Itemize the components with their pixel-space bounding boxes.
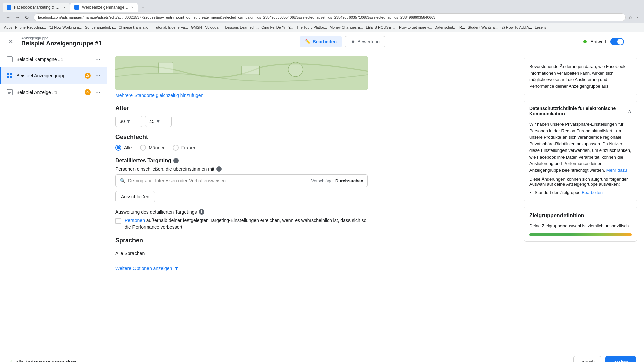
gender-alle-radio[interactable] <box>115 145 121 151</box>
age-max-value: 45 <box>149 119 155 124</box>
bookmark-11[interactable]: LEE 'S HOUSE -... <box>366 25 396 29</box>
bookmark-6[interactable]: GMSN - Vologda,... <box>191 25 223 29</box>
bookmark-apps[interactable]: Apps <box>4 25 12 29</box>
star-icon[interactable]: ☆ <box>628 15 633 20</box>
datenschutz-bearbeiten-link[interactable]: Bearbeiten <box>582 190 603 195</box>
tab-close-2[interactable]: × <box>131 5 133 9</box>
edit-button[interactable]: ✏️ Bearbeiten <box>300 36 342 47</box>
datenschutz-body-text: Wir haben unsere Privatsphäre-Einstellun… <box>529 121 632 173</box>
sidebar-item-adset-label: Beispiel Anzeigengrupp... <box>16 73 81 78</box>
ausweitung-info-icon[interactable]: i <box>199 209 204 215</box>
weitere-optionen-button[interactable]: Weitere Optionen anzeigen ▼ <box>115 266 368 278</box>
tab-1[interactable]: Facebook Marketing & Werbe... × <box>3 3 70 12</box>
datenschutz-list-intro: Diese Änderungen können sich aufgrund fo… <box>529 177 632 187</box>
forward-button[interactable]: → <box>13 13 21 21</box>
bookmark-9[interactable]: The Top 3 Platfor... <box>296 25 327 29</box>
bookmark-7[interactable]: Lessons Learned f... <box>225 25 259 29</box>
ausweitung-text: Personen außerhalb deiner festgelegten T… <box>125 217 368 230</box>
tab-favicon-1 <box>7 5 11 10</box>
search-suggestions-label: Vorschläge <box>311 178 333 183</box>
age-min-select[interactable]: 30 ▼ <box>115 116 142 127</box>
tab-label-1: Facebook Marketing & Werbe... <box>14 5 61 10</box>
datenschutz-list: Standort der Zielgruppe Bearbeiten <box>535 190 632 195</box>
bookmarks-bar: Apps Phone Recycling... (1) How Working … <box>0 23 644 32</box>
edit-button-label: Bearbeiten <box>313 39 337 44</box>
targeting-search-input[interactable] <box>128 178 309 183</box>
exclude-button[interactable]: Ausschließen <box>115 191 155 202</box>
sidebar-item-campaign[interactable]: Beispiel Kampagne #1 ··· <box>0 51 107 67</box>
gender-frauen[interactable]: Frauen <box>173 145 196 151</box>
bookmark-14[interactable]: Student Wants a... <box>468 25 498 29</box>
bookmark-10[interactable]: Money Changes E... <box>330 25 363 29</box>
info-text: Bevorstehende Änderungen daran, wie Face… <box>529 63 632 89</box>
bookmark-12[interactable]: How to get more v... <box>399 25 432 29</box>
age-min-value: 30 <box>120 119 125 124</box>
ausweitung-checkbox[interactable] <box>115 218 121 224</box>
targeting-section: Detailliertes Targeting i Personen einsc… <box>115 158 368 202</box>
preview-button[interactable]: 👁 Bewertung <box>345 36 385 47</box>
sidebar-item-ad[interactable]: Beispiel Anzeige #1 ⚠ ··· <box>0 84 107 100</box>
app-body: Beispiel Kampagne #1 ··· Beispiel Anzeig… <box>0 51 644 353</box>
add-locations-link[interactable]: Mehrere Standorte gleichzeitig hinzufüge… <box>115 93 203 98</box>
status-toggle[interactable] <box>610 38 624 45</box>
next-footer-button[interactable]: Weiter <box>605 356 636 362</box>
gender-maenner-radio[interactable] <box>140 145 146 151</box>
search-browse-button[interactable]: Durchsuchen <box>335 178 363 183</box>
toggle-knob <box>617 39 623 45</box>
targeting-include-info-icon[interactable]: i <box>216 166 222 172</box>
status-label: Entwurf <box>591 39 606 44</box>
bookmark-4[interactable]: Chinese translatio... <box>119 25 151 29</box>
zielgruppe-card: Zielgruppendefinition Deine Zielgruppena… <box>524 207 637 242</box>
bookmark-3[interactable]: Sonderangebot: i... <box>85 25 116 29</box>
sidebar-item-adset-more[interactable]: ··· <box>94 71 102 80</box>
sidebar-item-ad-label: Beispiel Anzeige #1 <box>16 89 81 95</box>
gender-frauen-label: Frauen <box>181 145 196 150</box>
gender-maenner-label: Männer <box>149 145 164 150</box>
footer-buttons: Zurück Weiter <box>573 356 636 362</box>
close-button[interactable]: ✕ <box>5 36 16 47</box>
age-max-select[interactable]: 45 ▼ <box>145 116 172 127</box>
search-icon: 🔍 <box>120 178 125 183</box>
gender-alle-label: Alle <box>124 145 132 150</box>
saved-status: ✓ Alle Änderungen gespeichert <box>8 359 76 362</box>
bookmark-5[interactable]: Tutorial: Eigene Fa... <box>154 25 188 29</box>
datenschutz-more-link[interactable]: Mehr dazu <box>606 168 627 173</box>
bookmark-15[interactable]: (2) How To Add A... <box>500 25 532 29</box>
gender-alle[interactable]: Alle <box>115 145 132 151</box>
tab-close-1[interactable]: × <box>64 5 66 9</box>
bookmark-8[interactable]: Qing Fei De Yi - Y... <box>261 25 293 29</box>
nav-buttons: ← → ↻ <box>4 13 31 21</box>
tab-2[interactable]: Werbeanzeigenmanager - We... × <box>70 3 138 12</box>
targeting-info-icon[interactable]: i <box>173 158 179 163</box>
more-button[interactable]: ⋯ <box>628 36 639 47</box>
gender-frauen-radio[interactable] <box>173 145 179 151</box>
check-icon: ✓ <box>8 359 13 362</box>
address-bar[interactable]: facebook.com/adsmanager/manage/adsets/ed… <box>34 13 626 21</box>
refresh-button[interactable]: ↻ <box>23 13 31 21</box>
back-footer-button[interactable]: Zurück <box>573 356 602 362</box>
targeting-search-bar[interactable]: 🔍 Vorschläge Durchsuchen <box>115 174 368 187</box>
bookmark-1[interactable]: Phone Recycling... <box>15 25 46 29</box>
gender-maenner[interactable]: Männer <box>140 145 164 151</box>
header-title-group: Anzeigengruppe Beispiel Anzeigengruppe #… <box>21 36 102 47</box>
svg-rect-10 <box>159 62 173 73</box>
sidebar-item-campaign-more[interactable]: ··· <box>94 55 102 63</box>
bookmark-16[interactable]: Leselis <box>535 25 546 29</box>
gender-section-title: Geschlecht <box>115 134 368 141</box>
datenschutz-header[interactable]: Datenschutzrichtlinie für elektronische … <box>524 101 637 121</box>
datenschutz-title: Datenschutzrichtlinie für elektronische … <box>529 106 628 116</box>
svg-rect-2 <box>10 73 12 75</box>
bookmark-13[interactable]: Datenschutz – R... <box>435 25 465 29</box>
svg-point-12 <box>288 62 303 77</box>
sidebar-item-ad-more[interactable]: ··· <box>94 88 102 96</box>
sidebar-item-adset[interactable]: Beispiel Anzeigengrupp... ⚠ ··· <box>0 67 107 84</box>
sidebar-item-campaign-label: Beispiel Kampagne #1 <box>16 57 91 62</box>
address-text: facebook.com/adsmanager/manage/adsets/ed… <box>38 15 435 19</box>
new-tab-button[interactable]: + <box>138 3 148 12</box>
back-button[interactable]: ← <box>4 13 12 21</box>
menu-icon[interactable]: ⋮ <box>635 15 640 20</box>
bookmark-2[interactable]: (1) How Working a... <box>49 25 82 29</box>
tab-favicon-2 <box>74 5 79 10</box>
sidebar-item-ad-warning: ⚠ <box>85 89 91 95</box>
ausweitung-link[interactable]: Personen <box>125 218 145 223</box>
